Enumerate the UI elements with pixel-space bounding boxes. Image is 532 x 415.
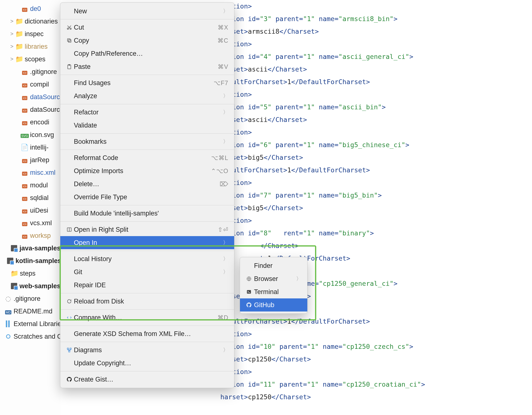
ctx-item-label: Repair IDE: [74, 281, 228, 289]
ctx-item-update-copyright[interactable]: Update Copyright…: [60, 356, 234, 370]
ctx-item-build-module-intellij-samples[interactable]: Build Module 'intellij-samples': [60, 207, 234, 220]
tree-item[interactable]: ◌.gitignore: [0, 292, 61, 305]
ctx-item-delete[interactable]: Delete…⌦: [60, 178, 234, 190]
ctx-item-label: Cut: [74, 24, 218, 31]
ctx-item-repair-ide[interactable]: Repair IDE: [60, 278, 234, 292]
ctx-item-find-usages[interactable]: Find Usages⌥F7: [60, 76, 234, 89]
ctx-item-diagrams[interactable]: Diagrams〉: [60, 344, 234, 356]
ctx-item-reload-from-disk[interactable]: Reload from Disk: [60, 295, 234, 308]
ctx-item-label: Bookmarks: [74, 138, 223, 145]
submenu-item-github[interactable]: GitHub: [240, 298, 307, 311]
file-icon: <>: [21, 229, 28, 242]
ctx-item-copy[interactable]: Copy⌘C: [60, 34, 234, 47]
submenu-item-browser[interactable]: Browser〉: [240, 272, 307, 285]
tree-item[interactable]: <>uiDesi: [0, 204, 61, 217]
chevron-right-icon: 〉: [223, 346, 228, 354]
ctx-item-cut[interactable]: Cut⌘X: [60, 21, 234, 34]
tree-item[interactable]: <>worksp: [0, 229, 61, 242]
ctx-item-label: Find Usages: [74, 79, 214, 87]
tree-item-label: .gitignore: [14, 292, 40, 305]
ctx-item-validate[interactable]: Validate: [60, 119, 234, 132]
tree-item-label: scopes: [25, 53, 46, 65]
tree-item[interactable]: <>vcs.xml: [0, 217, 61, 229]
tree-item[interactable]: >📁libraries: [0, 40, 61, 53]
tree-item-label: encodi: [30, 116, 49, 128]
ctx-item-open-in-right-split[interactable]: Open in Right Split⇧⏎: [60, 223, 234, 236]
tree-item[interactable]: MDREADME.md: [0, 305, 61, 317]
submenu-item-finder[interactable]: Finder: [240, 259, 307, 272]
ctx-item-label: New: [74, 8, 223, 15]
tree-item-label: inspec: [25, 28, 44, 40]
shortcut-label: ⌥⌘L: [211, 154, 228, 161]
tree-item[interactable]: Scratches and Consoles: [0, 330, 61, 343]
project-tree[interactable]: <>de0>📁dictionaries>📁inspec>📁libraries>📁…: [0, 0, 61, 415]
expand-icon[interactable]: >: [10, 15, 14, 28]
ctx-item-analyze[interactable]: Analyze〉: [60, 89, 234, 103]
tree-item[interactable]: >📁dictionaries: [0, 15, 61, 28]
tree-item[interactable]: External Libraries: [0, 317, 61, 330]
tree-item[interactable]: <>sqldial: [0, 191, 61, 204]
tree-item[interactable]: <>jarRep: [0, 154, 61, 166]
ctx-item-reformat-code[interactable]: Reformat Code⌥⌘L: [60, 151, 234, 164]
tree-item[interactable]: <>.gitignore: [0, 65, 61, 78]
tree-item[interactable]: <>compil: [0, 78, 61, 91]
shortcut-label: ⌘X: [218, 24, 228, 31]
tree-item[interactable]: >📁scopes: [0, 53, 61, 65]
tree-item[interactable]: <>modul: [0, 179, 61, 191]
file-icon: <>: [21, 78, 28, 91]
compare-icon: [65, 315, 74, 320]
tree-item[interactable]: 📁steps: [0, 267, 61, 280]
submenu-item-terminal[interactable]: Terminal: [240, 285, 307, 298]
ctx-item-label: Diagrams: [74, 346, 223, 354]
ctx-item-label: Reload from Disk: [74, 298, 228, 305]
expand-icon[interactable]: >: [10, 40, 14, 53]
menu-separator: [60, 251, 234, 251]
chevron-right-icon: 〉: [223, 109, 228, 116]
svg-rect-8: [67, 348, 69, 350]
submenu-item-label: GitHub: [254, 301, 302, 309]
shortcut-label: ⌦: [220, 181, 228, 188]
tree-item[interactable]: >📁inspec: [0, 28, 61, 40]
ctx-item-bookmarks[interactable]: Bookmarks〉: [60, 135, 234, 148]
tree-item-label: steps: [20, 267, 36, 280]
menu-separator: [60, 205, 234, 205]
file-icon: <>: [21, 204, 28, 217]
tree-item-label: icon.svg: [30, 128, 54, 141]
tree-item[interactable]: <>de0: [0, 2, 61, 15]
expand-icon[interactable]: >: [10, 28, 14, 40]
tree-item[interactable]: 📄intellij-: [0, 141, 61, 154]
ctx-item-generate-xsd-schema-from-xml-file[interactable]: Generate XSD Schema from XML File…: [60, 327, 234, 340]
ctx-item-label: Copy: [74, 37, 218, 44]
shortcut-label: ⇧⏎: [218, 226, 228, 233]
tree-item[interactable]: web-samples: [0, 280, 61, 292]
chevron-right-icon: 〉: [223, 8, 228, 15]
tree-item[interactable]: <>encodi: [0, 116, 61, 128]
tree-item[interactable]: <>dataSources: [0, 91, 61, 103]
tree-item[interactable]: SVGicon.svg: [0, 128, 61, 141]
menu-separator: [60, 326, 234, 326]
shortcut-label: ⌘C: [218, 37, 228, 44]
tree-item-label: .gitignore: [30, 65, 57, 78]
tree-item[interactable]: <>misc.xml: [0, 166, 61, 179]
ctx-item-copy-path-reference[interactable]: Copy Path/Reference…: [60, 47, 234, 60]
open-in-submenu: FinderBrowser〉TerminalGitHub: [240, 257, 307, 314]
ctx-item-label: Build Module 'intellij-samples': [74, 210, 228, 217]
tree-item[interactable]: <>dataSources: [0, 103, 61, 116]
ctx-item-open-in[interactable]: Open In〉: [60, 236, 234, 249]
ctx-item-paste[interactable]: Paste⌘V: [60, 60, 234, 73]
ctx-item-override-file-type[interactable]: Override File Type: [60, 190, 234, 204]
ctx-item-create-gist[interactable]: Create Gist…: [60, 373, 234, 386]
expand-icon[interactable]: >: [10, 53, 14, 65]
ctx-item-local-history[interactable]: Local History〉: [60, 252, 234, 266]
ctx-item-git[interactable]: Git〉: [60, 266, 234, 278]
tree-item-label: java-samples: [19, 242, 61, 255]
ctx-item-optimize-imports[interactable]: Optimize Imports⌃⌥O: [60, 164, 234, 178]
tree-item[interactable]: kotlin-samples: [0, 255, 61, 267]
ctx-item-label: Copy Path/Reference…: [74, 50, 228, 58]
tree-item[interactable]: java-samples: [0, 242, 61, 255]
ctx-item-new[interactable]: New〉: [60, 5, 234, 18]
ctx-item-label: Generate XSD Schema from XML File…: [74, 330, 228, 338]
ctx-item-refactor[interactable]: Refactor〉: [60, 106, 234, 119]
ctx-item-compare-with[interactable]: Compare With…⌘D: [60, 311, 234, 324]
copy-icon: [65, 38, 74, 43]
